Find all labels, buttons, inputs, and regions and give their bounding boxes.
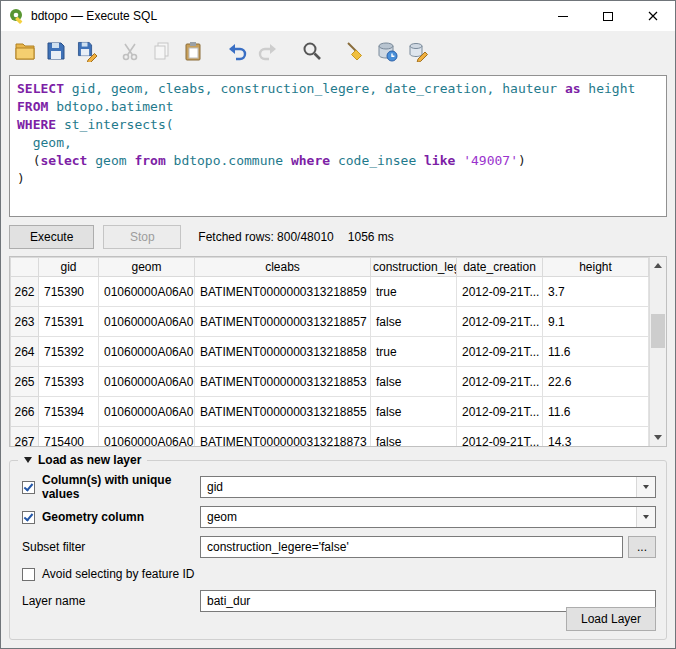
undo-button[interactable] [221,36,252,66]
clear-button[interactable] [340,36,371,66]
data-cell[interactable]: false [371,307,457,337]
geometry-column-dropdown-button[interactable] [636,507,655,527]
avoid-feature-id-checkbox[interactable] [22,568,35,581]
column-header-gid[interactable]: gid [39,258,99,277]
row-number-cell[interactable]: 266 [11,397,39,427]
row-number-cell[interactable]: 262 [11,277,39,307]
title-bar[interactable]: bdtopo — Execute SQL [1,1,675,31]
data-cell[interactable]: 11.6 [543,397,649,427]
data-cell[interactable]: 2012-09-21T... [457,337,543,367]
table-row[interactable]: 26271539001060000A06A0...BATIMENT0000000… [11,277,649,307]
column-header-geom[interactable]: geom [99,258,195,277]
sql-editor[interactable]: SELECT gid, geom, cleabs, construction_l… [9,75,667,217]
scrollbar-track[interactable] [650,274,666,429]
avoid-feature-id-label[interactable]: Avoid selecting by feature ID [42,567,195,581]
data-cell[interactable]: 2012-09-21T... [457,367,543,397]
data-cell[interactable]: 22.6 [543,367,649,397]
geometry-column-combobox[interactable]: geom [200,506,656,528]
data-cell[interactable]: false [371,427,457,447]
load-section-header[interactable]: Load as new layer [18,453,147,467]
subset-filter-browse-button[interactable]: ... [628,536,656,558]
export-button[interactable] [402,36,433,66]
open-query-button[interactable] [9,36,40,66]
data-cell[interactable]: 2012-09-21T... [457,277,543,307]
column-header-date_creation[interactable]: date_creation [457,258,543,277]
unique-values-label[interactable]: Column(s) with unique values [42,473,200,501]
scroll-up-button[interactable] [650,257,666,274]
find-button[interactable] [296,36,327,66]
paste-button[interactable] [177,36,208,66]
unique-values-checkbox[interactable] [22,481,35,494]
stop-button[interactable]: Stop [103,225,181,249]
data-cell[interactable]: 11.6 [543,337,649,367]
save-query-as-button[interactable] [71,36,102,66]
data-cell[interactable]: false [371,397,457,427]
data-cell[interactable]: true [371,277,457,307]
redo-arrow-icon [257,40,279,62]
data-cell[interactable]: 715391 [39,307,99,337]
save-query-button[interactable] [40,36,71,66]
row-number-cell[interactable]: 263 [11,307,39,337]
close-button[interactable] [630,1,675,31]
data-cell[interactable]: 3.7 [543,277,649,307]
table-row[interactable]: 26671539401060000A06A0...BATIMENT0000000… [11,397,649,427]
table-row[interactable]: 26771540001060000A06A0...BATIMENT0000000… [11,427,649,447]
execute-button[interactable]: Execute [9,225,94,249]
data-cell[interactable]: 2012-09-21T... [457,427,543,447]
data-cell[interactable]: true [371,337,457,367]
subset-filter-label-wrap: Subset filter [22,540,200,554]
data-cell[interactable]: 01060000A06A0... [99,277,195,307]
scroll-down-button[interactable] [650,429,666,446]
cut-button[interactable] [115,36,146,66]
column-header-height[interactable]: height [543,258,649,277]
data-cell[interactable]: BATIMENT0000000313218858 [195,337,371,367]
data-cell[interactable]: 715390 [39,277,99,307]
results-grid[interactable]: gidgeomcleabsconstruction_legeredate_cre… [10,257,649,446]
subset-filter-input[interactable] [200,536,623,558]
row-number-cell[interactable]: 267 [11,427,39,447]
geometry-column-checkbox[interactable] [22,511,35,524]
unique-values-combobox[interactable]: gid [200,476,656,498]
data-cell[interactable]: 2012-09-21T... [457,397,543,427]
copy-icon [151,40,173,62]
data-cell[interactable]: BATIMENT0000000313218873 [195,427,371,447]
column-header-cleabs[interactable]: cleabs [195,258,371,277]
minimize-button[interactable] [540,1,585,31]
data-cell[interactable]: 715400 [39,427,99,447]
maximize-button[interactable] [585,1,630,31]
data-cell[interactable]: BATIMENT0000000313218853 [195,367,371,397]
unique-values-dropdown-button[interactable] [636,477,655,497]
data-cell[interactable]: 715392 [39,337,99,367]
column-header-construction_legere[interactable]: construction_legere [371,258,457,277]
avoid-feature-id-label-wrap[interactable]: Avoid selecting by feature ID [22,567,200,581]
table-row[interactable]: 26571539301060000A06A0...BATIMENT0000000… [11,367,649,397]
data-cell[interactable]: 01060000A06A0... [99,337,195,367]
redo-button[interactable] [252,36,283,66]
table-row[interactable]: 26371539101060000A06A0...BATIMENT0000000… [11,307,649,337]
geometry-column-label[interactable]: Geometry column [42,510,144,524]
data-cell[interactable]: 715394 [39,397,99,427]
data-cell[interactable]: 01060000A06A0... [99,427,195,447]
row-number-cell[interactable]: 265 [11,367,39,397]
data-cell[interactable]: false [371,367,457,397]
copy-button[interactable] [146,36,177,66]
vertical-scrollbar[interactable] [649,257,666,446]
create-view-button[interactable] [371,36,402,66]
data-cell[interactable]: BATIMENT0000000313218855 [195,397,371,427]
unique-values-label-wrap[interactable]: Column(s) with unique values [22,473,200,501]
row-number-cell[interactable]: 264 [11,337,39,367]
data-cell[interactable]: 01060000A06A0... [99,397,195,427]
table-row[interactable]: 26471539201060000A06A0...BATIMENT0000000… [11,337,649,367]
data-cell[interactable]: 2012-09-21T... [457,307,543,337]
data-cell[interactable]: BATIMENT0000000313218859 [195,277,371,307]
data-cell[interactable]: BATIMENT0000000313218857 [195,307,371,337]
data-cell[interactable]: 9.1 [543,307,649,337]
data-cell[interactable]: 715393 [39,367,99,397]
load-layer-button[interactable]: Load Layer [566,607,656,631]
data-cell[interactable]: 01060000A06A0... [99,307,195,337]
data-cell[interactable]: 14.3 [543,427,649,447]
data-cell[interactable]: 01060000A06A0... [99,367,195,397]
scrollbar-thumb[interactable] [651,314,665,348]
geometry-column-label-wrap[interactable]: Geometry column [22,510,200,524]
table-corner-header[interactable] [11,258,39,277]
